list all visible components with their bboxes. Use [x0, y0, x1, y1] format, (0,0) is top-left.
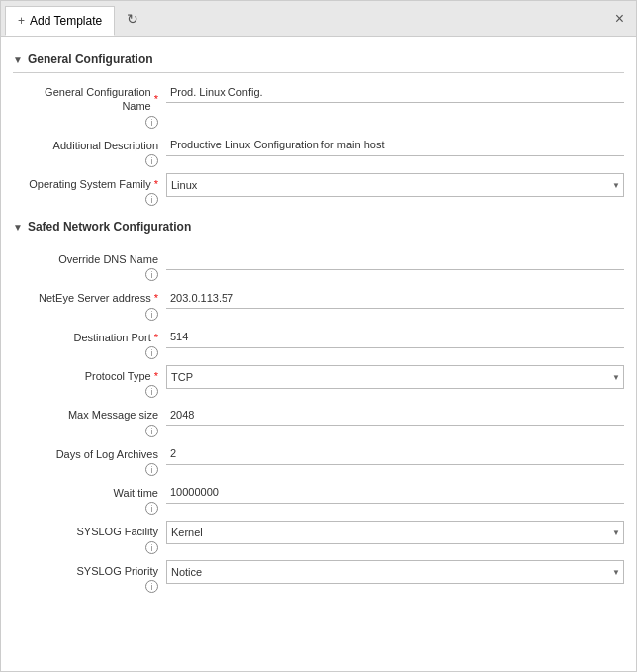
- control-protocol-type: TCP UDP: [166, 365, 624, 389]
- tab-label: Add Template: [30, 14, 102, 28]
- control-additional-desc: [166, 135, 624, 156]
- control-max-msg-size: [166, 404, 624, 426]
- info-icon-config-name[interactable]: i: [145, 116, 158, 129]
- field-additional-desc: Additional Description i: [13, 135, 624, 167]
- field-wait-time: Wait time i: [13, 482, 624, 515]
- tab-bar: + Add Template ↻ ×: [1, 1, 636, 37]
- select-wrapper-syslog-facility: Kernel User Mail Daemon: [166, 521, 624, 544]
- general-divider: [13, 72, 624, 73]
- info-icon-max-msg-size[interactable]: i: [145, 425, 158, 437]
- label-protocol-type: Protocol Type * i: [13, 365, 166, 398]
- select-wrapper-os-family: Linux Windows macOS: [166, 173, 624, 197]
- select-wrapper-protocol-type: TCP UDP: [166, 365, 624, 389]
- field-protocol-type: Protocol Type * i TCP UDP: [13, 365, 624, 398]
- info-icon-protocol-type[interactable]: i: [145, 385, 158, 398]
- safed-divider: [13, 240, 624, 240]
- close-button[interactable]: ×: [607, 6, 632, 32]
- control-syslog-facility: Kernel User Mail Daemon: [166, 521, 624, 544]
- field-config-name: General Configuration Name * i: [13, 81, 624, 129]
- input-dest-port[interactable]: [166, 327, 624, 348]
- info-icon-wait-time[interactable]: i: [145, 502, 158, 515]
- control-days-log: [166, 443, 624, 465]
- add-template-tab[interactable]: + Add Template: [5, 6, 115, 36]
- select-syslog-facility[interactable]: Kernel User Mail Daemon: [166, 521, 624, 544]
- label-max-msg-size: Max Message size i: [13, 404, 166, 436]
- safed-config-section-header[interactable]: ▼ Safed Network Configuration: [13, 220, 624, 234]
- field-syslog-facility: SYSLOG Facility i Kernel User Mail Daemo…: [13, 521, 624, 553]
- control-dest-port: [166, 327, 624, 348]
- safed-config-title: Safed Network Configuration: [28, 220, 191, 234]
- field-os-family: Operating System Family * i Linux Window…: [13, 173, 624, 206]
- label-os-family: Operating System Family * i: [13, 173, 166, 206]
- info-icon-override-dns[interactable]: i: [145, 268, 158, 281]
- general-config-section-header[interactable]: ▼ General Configuration: [13, 52, 624, 66]
- collapse-arrow-safed: ▼: [13, 222, 23, 233]
- input-additional-desc[interactable]: [166, 135, 624, 156]
- field-override-dns: Override DNS Name i: [13, 248, 624, 281]
- label-days-log: Days of Log Archives i: [13, 443, 166, 476]
- label-additional-desc: Additional Description i: [13, 135, 166, 167]
- select-protocol-type[interactable]: TCP UDP: [166, 365, 624, 389]
- info-icon-additional-desc[interactable]: i: [145, 154, 158, 167]
- input-override-dns[interactable]: [166, 248, 624, 270]
- plus-icon: +: [18, 14, 25, 28]
- label-wait-time: Wait time i: [13, 482, 166, 515]
- info-icon-os-family[interactable]: i: [145, 193, 158, 206]
- info-icon-dest-port[interactable]: i: [145, 346, 158, 359]
- input-wait-time[interactable]: [166, 482, 624, 504]
- label-dest-port: Destination Port * i: [13, 327, 166, 359]
- refresh-button[interactable]: ↻: [123, 7, 142, 31]
- control-override-dns: [166, 248, 624, 270]
- input-max-msg-size[interactable]: [166, 404, 624, 426]
- control-config-name: [166, 81, 624, 103]
- control-syslog-priority: Notice Info Debug Warning Error: [166, 560, 624, 584]
- input-neteye-server[interactable]: [166, 287, 624, 309]
- label-syslog-facility: SYSLOG Facility i: [13, 521, 166, 553]
- form-content: ▼ General Configuration General Configur…: [1, 37, 636, 607]
- control-neteye-server: [166, 287, 624, 309]
- select-os-family[interactable]: Linux Windows macOS: [166, 173, 624, 197]
- info-icon-neteye-server[interactable]: i: [145, 308, 158, 321]
- field-dest-port: Destination Port * i: [13, 327, 624, 359]
- label-override-dns: Override DNS Name i: [13, 248, 166, 281]
- info-icon-syslog-facility[interactable]: i: [145, 541, 158, 554]
- label-syslog-priority: SYSLOG Priority i: [13, 560, 166, 593]
- main-window: + Add Template ↻ × ▼ General Configurati…: [0, 0, 637, 672]
- control-os-family: Linux Windows macOS: [166, 173, 624, 197]
- label-config-name: General Configuration Name * i: [13, 81, 166, 129]
- info-icon-days-log[interactable]: i: [145, 463, 158, 476]
- control-wait-time: [166, 482, 624, 504]
- field-days-log: Days of Log Archives i: [13, 443, 624, 476]
- collapse-arrow-general: ▼: [13, 54, 23, 65]
- label-neteye-server: NetEye Server address * i: [13, 287, 166, 320]
- info-icon-syslog-priority[interactable]: i: [145, 580, 158, 593]
- general-config-title: General Configuration: [28, 52, 153, 66]
- field-syslog-priority: SYSLOG Priority i Notice Info Debug Warn…: [13, 560, 624, 593]
- field-neteye-server: NetEye Server address * i: [13, 287, 624, 320]
- select-syslog-priority[interactable]: Notice Info Debug Warning Error: [166, 560, 624, 584]
- input-days-log[interactable]: [166, 443, 624, 465]
- input-config-name[interactable]: [166, 81, 624, 103]
- select-wrapper-syslog-priority: Notice Info Debug Warning Error: [166, 560, 624, 584]
- field-max-msg-size: Max Message size i: [13, 404, 624, 436]
